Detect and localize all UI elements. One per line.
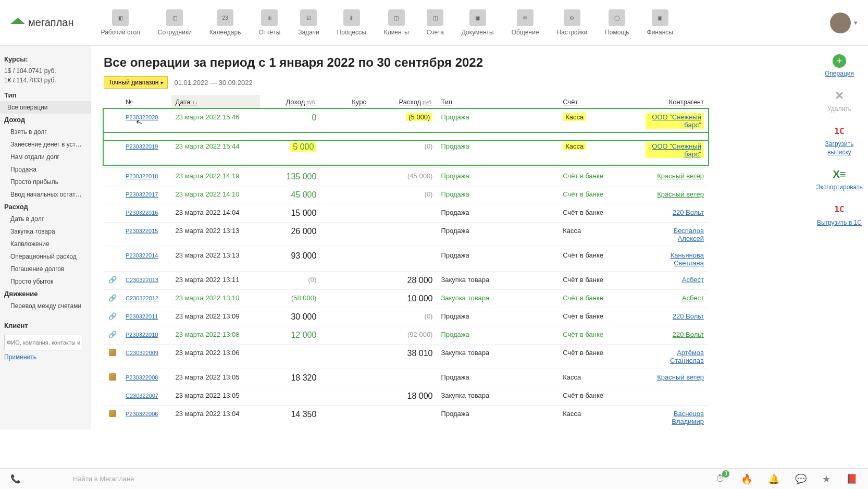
rb-new-operation[interactable]: + Операция <box>825 54 854 78</box>
expense-title[interactable]: Расход <box>0 201 91 213</box>
th-no[interactable]: № <box>121 95 171 109</box>
nav-Настройки[interactable]: ⚙Настройки <box>550 7 593 39</box>
main-content: Все операции за период с 1 января 2022 п… <box>91 46 811 430</box>
counterparty-cell[interactable]: Беспалов Алексей <box>641 222 708 247</box>
income-title[interactable]: Доход <box>0 114 91 126</box>
table-row[interactable]: P23032202023 марта 2022 15:460(5 000)Про… <box>104 109 708 138</box>
nav-Задачи[interactable]: ☑Задачи <box>292 7 325 39</box>
operation-link[interactable]: P230322016 <box>126 210 158 216</box>
nav-Помощь[interactable]: ◯Помощь <box>599 7 635 39</box>
th-date[interactable]: Дата ↑↓ <box>171 95 260 109</box>
th-account[interactable]: Счёт <box>559 95 641 109</box>
table-row[interactable]: 🔗C23032201223 марта 2022 13:10(58 000)10… <box>104 289 708 308</box>
income-cell: 12 000 <box>260 326 321 344</box>
counterparty-cell[interactable] <box>641 387 708 405</box>
counterparty-cell[interactable]: Каньянова Светлана <box>641 247 708 271</box>
rb-load-statement[interactable]: 1С Загрузить выписку <box>816 124 863 156</box>
nav-Счета[interactable]: ◫Счета <box>420 7 450 39</box>
nav-Финансы[interactable]: ▣Финансы <box>641 7 679 39</box>
table-row[interactable]: P23032201523 марта 2022 13:1326 000Прода… <box>104 222 708 247</box>
th-expense[interactable]: Расходруб. <box>370 95 437 109</box>
sidebar-item[interactable]: Ввод начальных остатков <box>0 188 91 201</box>
table-row[interactable]: P23032201723 марта 2022 14:1045 000(0)Пр… <box>104 186 708 204</box>
sidebar-item[interactable]: Закупка товара <box>0 225 91 238</box>
operation-link[interactable]: P230322015 <box>126 228 158 234</box>
table-row[interactable]: 🔗P23032201123 марта 2022 13:0930 000(0)П… <box>104 308 708 326</box>
operation-link[interactable]: C230322007 <box>126 393 158 399</box>
nav-icon: ▣ <box>469 9 486 26</box>
nav-Отчёты[interactable]: ılıОтчёты <box>252 7 287 39</box>
counterparty-cell[interactable]: Асбест <box>641 289 708 308</box>
operation-link[interactable]: C230322013 <box>126 277 158 283</box>
operation-link[interactable]: P230322014 <box>126 252 158 259</box>
table-row[interactable]: P23032201823 марта 2022 14:19135 000(45 … <box>104 167 708 186</box>
movement-title[interactable]: Движение <box>0 288 91 300</box>
chain-icon: 🔗 <box>108 294 117 302</box>
range-button[interactable]: Точный диапазон <box>104 76 168 89</box>
sidebar-item[interactable]: Просто убыток <box>0 275 91 288</box>
nav-Клиенты[interactable]: ◫Клиенты <box>378 7 415 39</box>
sidebar-item[interactable]: Нам отдали долг <box>0 151 91 163</box>
sidebar-item[interactable]: Капвложение <box>0 238 91 250</box>
counterparty-cell[interactable]: ООО "Снежный барс" <box>641 109 708 138</box>
rb-delete[interactable]: ✕ Удалить <box>827 89 851 114</box>
sidebar-item[interactable]: Погашение долгов <box>0 263 91 275</box>
operation-link[interactable]: P230322017 <box>126 191 158 198</box>
th-income[interactable]: Доходруб. <box>260 95 321 109</box>
nav-Рабочий стол[interactable]: ◧Рабочий стол <box>95 7 146 39</box>
logo[interactable]: мегаплан <box>10 17 74 29</box>
table-row[interactable]: P23032201423 марта 2022 13:1393 000Прода… <box>104 247 708 271</box>
nav-Документы[interactable]: ▣Документы <box>455 7 500 39</box>
sidebar-item[interactable]: Взять в долг <box>0 126 91 138</box>
client-search-input[interactable] <box>4 335 82 350</box>
nav-Сотрудники[interactable]: ◫Сотрудники <box>152 7 198 39</box>
counterparty-cell[interactable]: Красный ветер <box>641 167 708 186</box>
sidebar-item[interactable]: Дать в долг <box>0 213 91 225</box>
th-type[interactable]: Тип <box>437 95 559 109</box>
counterparty-cell[interactable]: Артёмов Станислав <box>641 344 708 369</box>
th-rate[interactable]: Курс <box>320 95 370 109</box>
client-apply-link[interactable]: Применить <box>0 353 91 361</box>
operation-link[interactable]: P230322011 <box>126 313 158 320</box>
sidebar-item[interactable]: Операционный расход <box>0 250 91 263</box>
table-row[interactable]: P23032201623 марта 2022 14:0415 000Прода… <box>104 204 708 222</box>
operation-link[interactable]: P230322008 <box>126 374 158 381</box>
table-row[interactable]: C23032200923 марта 2022 13:0638 010Закуп… <box>104 344 708 369</box>
sidebar-item[interactable]: Продажа <box>0 163 91 176</box>
type-cell: Закупка товара <box>437 387 559 405</box>
counterparty-cell[interactable]: Красный ветер <box>641 186 708 204</box>
rb-upload-1c[interactable]: 1С Выгрузить в 1С <box>817 202 862 227</box>
counterparty-cell[interactable]: 220 Вольт <box>641 308 708 326</box>
operation-link[interactable]: P230322019 <box>126 143 158 150</box>
operation-link[interactable]: P230322018 <box>126 173 158 179</box>
th-counterparty[interactable]: Контрагент <box>641 95 708 109</box>
avatar-dropdown-icon[interactable]: ▾ <box>854 19 858 27</box>
table-row[interactable]: P23032201923 марта 2022 15:445 000(0)Про… <box>104 138 708 167</box>
nav-Процессы[interactable]: ⫛Процессы <box>331 7 373 39</box>
table-row[interactable]: P23032200823 марта 2022 13:0518 320Прода… <box>104 369 708 387</box>
sidebar-item[interactable]: Просто прибыль <box>0 176 91 188</box>
sidebar-all-operations[interactable]: Все операции <box>0 101 91 114</box>
income-cell: (0) <box>260 271 321 289</box>
nav-Календарь[interactable]: 23Календарь <box>203 7 247 39</box>
table-row[interactable]: 🔗C23032201323 марта 2022 13:11(0)28 000З… <box>104 271 708 289</box>
rb-export[interactable]: X≡ Экспортировать <box>816 167 863 192</box>
avatar[interactable] <box>830 13 851 33</box>
table-row[interactable]: 🔗P23032201023 марта 2022 13:0812 000(92 … <box>104 326 708 344</box>
counterparty-cell[interactable]: 220 Вольт <box>641 326 708 344</box>
sidebar-item[interactable]: Перевод между счетами <box>0 300 91 312</box>
operation-link[interactable]: P230322010 <box>126 332 158 338</box>
operation-link[interactable]: C230322009 <box>126 350 158 356</box>
counterparty-cell[interactable]: Асбест <box>641 271 708 289</box>
counterparty-cell[interactable]: Красный ветер <box>641 369 708 387</box>
counterparty-cell[interactable]: 220 Вольт <box>641 204 708 222</box>
table-row[interactable]: C23032200723 марта 2022 13:0518 000Закуп… <box>104 387 708 405</box>
sidebar-item[interactable]: Занесение денег в уставной ... <box>0 138 91 151</box>
operation-link[interactable]: P230322006 <box>126 411 158 417</box>
nav-Общение[interactable]: ✉Общение <box>505 7 545 39</box>
counterparty-cell[interactable]: ООО "Снежный барс" <box>641 138 708 167</box>
counterparty-cell[interactable]: Васнецов Владимир <box>641 405 708 430</box>
nav-icon: ⫛ <box>343 9 360 26</box>
table-row[interactable]: P23032200623 марта 2022 13:0414 350Прода… <box>104 405 708 430</box>
operation-link[interactable]: C230322012 <box>126 295 158 301</box>
